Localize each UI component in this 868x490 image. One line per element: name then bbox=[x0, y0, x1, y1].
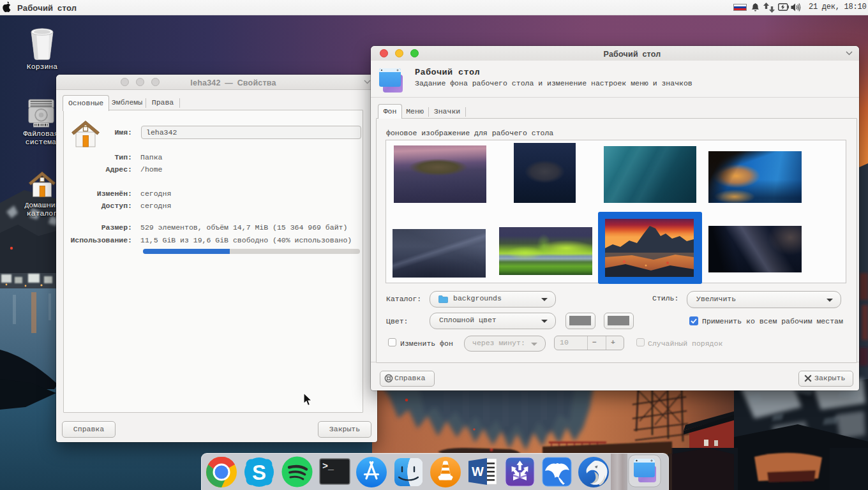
svg-text:>_: >_ bbox=[322, 461, 334, 472]
svg-text:S: S bbox=[252, 461, 266, 484]
svg-text:W: W bbox=[472, 464, 484, 479]
